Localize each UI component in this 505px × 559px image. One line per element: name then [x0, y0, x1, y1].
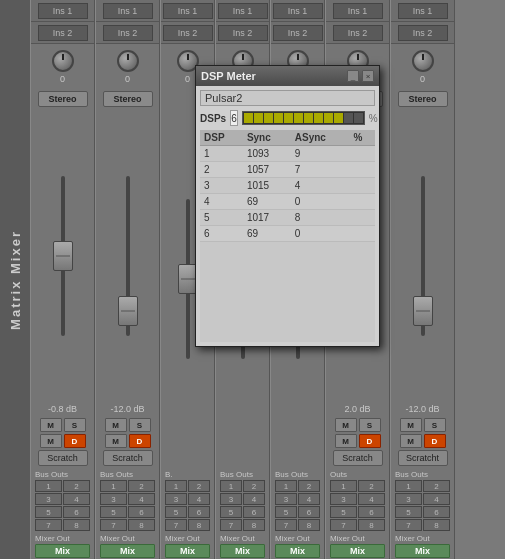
- bus-btn-8-ch7[interactable]: 8: [423, 519, 450, 531]
- bus-btn-4-ch1[interactable]: 4: [63, 493, 90, 505]
- bus-btn-5-ch2[interactable]: 5: [100, 506, 127, 518]
- scratch-btn-ch7[interactable]: Scratcht: [398, 450, 448, 466]
- bus-btn-2-ch7[interactable]: 2: [423, 480, 450, 492]
- ins1-box-ch6[interactable]: Ins 1: [333, 3, 383, 19]
- stereo-btn-ch2[interactable]: Stereo: [103, 91, 153, 107]
- fader-handle-ch7[interactable]: [413, 296, 433, 326]
- bus-btn-8-ch5[interactable]: 8: [298, 519, 320, 531]
- mix-btn-ch5[interactable]: Mix: [275, 544, 320, 558]
- bus-btn-8-ch2[interactable]: 8: [128, 519, 155, 531]
- mix-btn-ch4[interactable]: Mix: [220, 544, 265, 558]
- bus-btn-8-ch6[interactable]: 8: [358, 519, 385, 531]
- bus-btn-4-ch5[interactable]: 4: [298, 493, 320, 505]
- m-btn-ch7[interactable]: M: [400, 418, 422, 432]
- bus-btn-6-ch4[interactable]: 6: [243, 506, 265, 518]
- bus-btn-5-ch1[interactable]: 5: [35, 506, 62, 518]
- bus-btn-1-ch2[interactable]: 1: [100, 480, 127, 492]
- bus-btn-1-ch6[interactable]: 1: [330, 480, 357, 492]
- m-btn2-ch6[interactable]: M: [335, 434, 357, 448]
- s-btn-ch1[interactable]: S: [64, 418, 86, 432]
- bus-btn-1-ch1[interactable]: 1: [35, 480, 62, 492]
- bus-btn-2-ch1[interactable]: 2: [63, 480, 90, 492]
- scratch-btn-ch2[interactable]: Scratch: [103, 450, 153, 466]
- mix-btn-ch3[interactable]: Mix: [165, 544, 210, 558]
- bus-btn-1-ch4[interactable]: 1: [220, 480, 242, 492]
- m-btn2-ch1[interactable]: M: [40, 434, 62, 448]
- bus-btn-7-ch7[interactable]: 7: [395, 519, 422, 531]
- mix-btn-ch1[interactable]: Mix: [35, 544, 90, 558]
- d-btn-ch1[interactable]: D: [64, 434, 86, 448]
- d-btn-ch2[interactable]: D: [129, 434, 151, 448]
- ins2-box-ch4[interactable]: Ins 2: [218, 25, 268, 41]
- bus-btn-7-ch1[interactable]: 7: [35, 519, 62, 531]
- bus-btn-2-ch2[interactable]: 2: [128, 480, 155, 492]
- bus-btn-2-ch6[interactable]: 2: [358, 480, 385, 492]
- d-btn-ch7[interactable]: D: [424, 434, 446, 448]
- bus-btn-4-ch3[interactable]: 4: [188, 493, 210, 505]
- bus-btn-7-ch6[interactable]: 7: [330, 519, 357, 531]
- bus-btn-8-ch4[interactable]: 8: [243, 519, 265, 531]
- ins2-box-ch3[interactable]: Ins 2: [163, 25, 213, 41]
- mix-btn-ch7[interactable]: Mix: [395, 544, 450, 558]
- m-btn-ch1[interactable]: M: [40, 418, 62, 432]
- ins1-box-ch1[interactable]: Ins 1: [38, 3, 88, 19]
- bus-btn-7-ch5[interactable]: 7: [275, 519, 297, 531]
- bus-btn-4-ch4[interactable]: 4: [243, 493, 265, 505]
- s-btn-ch2[interactable]: S: [129, 418, 151, 432]
- bus-btn-5-ch3[interactable]: 5: [165, 506, 187, 518]
- ins2-box-ch1[interactable]: Ins 2: [38, 25, 88, 41]
- s-btn-ch6[interactable]: S: [359, 418, 381, 432]
- bus-btn-5-ch6[interactable]: 5: [330, 506, 357, 518]
- bus-btn-5-ch7[interactable]: 5: [395, 506, 422, 518]
- mix-btn-ch2[interactable]: Mix: [100, 544, 155, 558]
- d-btn-ch6[interactable]: D: [359, 434, 381, 448]
- s-btn-ch7[interactable]: S: [424, 418, 446, 432]
- bus-btn-2-ch3[interactable]: 2: [188, 480, 210, 492]
- ins1-box-ch3[interactable]: Ins 1: [163, 3, 213, 19]
- scratch-btn-ch1[interactable]: Scratch: [38, 450, 88, 466]
- bus-btn-8-ch3[interactable]: 8: [188, 519, 210, 531]
- dsp-close-btn[interactable]: ×: [362, 70, 374, 82]
- knob-ch7[interactable]: [412, 50, 434, 72]
- ins1-box-ch7[interactable]: Ins 1: [398, 3, 448, 19]
- m-btn2-ch2[interactable]: M: [105, 434, 127, 448]
- scratch-btn-ch6[interactable]: Scratch: [333, 450, 383, 466]
- bus-btn-3-ch2[interactable]: 3: [100, 493, 127, 505]
- ins1-box-ch5[interactable]: Ins 1: [273, 3, 323, 19]
- bus-btn-7-ch4[interactable]: 7: [220, 519, 242, 531]
- bus-btn-4-ch7[interactable]: 4: [423, 493, 450, 505]
- bus-btn-1-ch3[interactable]: 1: [165, 480, 187, 492]
- bus-btn-6-ch5[interactable]: 6: [298, 506, 320, 518]
- fader-handle-ch1[interactable]: [53, 241, 73, 271]
- ins2-box-ch7[interactable]: Ins 2: [398, 25, 448, 41]
- dsp-titlebar[interactable]: DSP Meter _ ×: [196, 66, 379, 86]
- ins1-box-ch2[interactable]: Ins 1: [103, 3, 153, 19]
- bus-btn-4-ch2[interactable]: 4: [128, 493, 155, 505]
- bus-btn-1-ch5[interactable]: 1: [275, 480, 297, 492]
- bus-btn-7-ch3[interactable]: 7: [165, 519, 187, 531]
- fader-handle-ch2[interactable]: [118, 296, 138, 326]
- ins2-box-ch6[interactable]: Ins 2: [333, 25, 383, 41]
- ins2-box-ch5[interactable]: Ins 2: [273, 25, 323, 41]
- bus-btn-8-ch1[interactable]: 8: [63, 519, 90, 531]
- bus-btn-4-ch6[interactable]: 4: [358, 493, 385, 505]
- bus-btn-3-ch6[interactable]: 3: [330, 493, 357, 505]
- bus-btn-3-ch7[interactable]: 3: [395, 493, 422, 505]
- stereo-btn-ch7[interactable]: Stereo: [398, 91, 448, 107]
- ins1-box-ch4[interactable]: Ins 1: [218, 3, 268, 19]
- bus-btn-6-ch3[interactable]: 6: [188, 506, 210, 518]
- knob-ch2[interactable]: [117, 50, 139, 72]
- m-btn2-ch7[interactable]: M: [400, 434, 422, 448]
- bus-btn-5-ch4[interactable]: 5: [220, 506, 242, 518]
- bus-btn-6-ch1[interactable]: 6: [63, 506, 90, 518]
- bus-btn-6-ch2[interactable]: 6: [128, 506, 155, 518]
- bus-btn-2-ch4[interactable]: 2: [243, 480, 265, 492]
- bus-btn-2-ch5[interactable]: 2: [298, 480, 320, 492]
- m-btn-ch6[interactable]: M: [335, 418, 357, 432]
- knob-ch1[interactable]: [52, 50, 74, 72]
- bus-btn-1-ch7[interactable]: 1: [395, 480, 422, 492]
- bus-btn-3-ch3[interactable]: 3: [165, 493, 187, 505]
- mix-btn-ch6[interactable]: Mix: [330, 544, 385, 558]
- bus-btn-3-ch4[interactable]: 3: [220, 493, 242, 505]
- bus-btn-6-ch6[interactable]: 6: [358, 506, 385, 518]
